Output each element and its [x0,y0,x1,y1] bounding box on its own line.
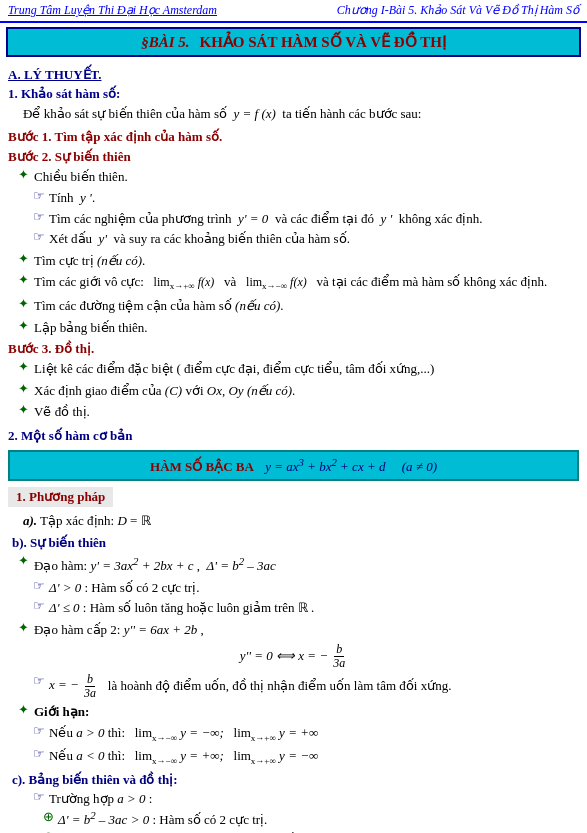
item-tiem-can: ✦ Tìm các đường tiệm cận của hàm số (nếu… [8,296,579,316]
item-tiem-can-text: Tìm các đường tiệm cận của hàm số (nếu c… [34,296,284,316]
item-bang: ✦ Lập bảng biến thiên. [8,318,579,338]
sub-nghiem-text: Tìm các nghiệm của phương trình y' = 0 v… [49,209,483,229]
intro-text: Để khảo sát sự biến thiên của hàm số y =… [8,104,579,125]
arrow-icon-3: ✦ [18,272,29,288]
phuong-phap-label: 1. Phương pháp [16,489,105,504]
item-ve: ✦ Vẽ đồ thị. [8,402,579,422]
truong-hop-a-pos: ☞ Trường hợp a > 0 : [8,789,579,809]
frac-b-3a: b 3a [331,643,347,670]
plus-a-pos-2-text: Δ' = b2 – 3ac ≤ 0 ⇒ y' ≥ 0, ∀x ∈ ℝ : Hàm… [58,829,389,833]
sub-gioi-han-pos: ☞ Nếu a > 0 thì: limx→−∞ y = −∞; limx→+∞… [8,723,579,745]
item-dao-ham: ✦ Đạo hàm: y' = 3ax2 + 2bx + c , Δ' = b2… [8,553,579,576]
arrow-icon-11: ✦ [18,702,29,718]
item-giao-diem: ✦ Xác định giao điểm của (C) với Ox, Oy … [8,381,579,401]
main-title: KHẢO SÁT HÀM SỐ VÀ VẼ ĐỒ THỊ [200,33,446,51]
section-2-title: 2. Một số hàm cơ bản [8,428,579,444]
section-a-title: A. LÝ THUYẾT. [8,67,579,83]
item-dao-ham-text: Đạo hàm: y' = 3ax2 + 2bx + c , Δ' = b2 –… [34,553,276,576]
phuong-phap-bar: 1. Phương pháp [8,487,113,507]
pp-b-title: b). Sự biến thiên [12,535,579,551]
pp-a: a). Tập xác định: D = ℝ [8,511,579,532]
sub-gioi-han-neg-text: Nếu a < 0 thì: limx→−∞ y = +∞; limx→+∞ y… [49,746,318,768]
arrow-icon-8: ✦ [18,402,29,418]
truong-hop-a-pos-text: Trường hợp a > 0 : [49,789,152,809]
buoc-2-title: Bước 2. Sự biến thiên [8,149,579,165]
frac-denominator: 3a [331,657,347,670]
arrow-icon-5: ✦ [18,318,29,334]
item-liet-ke: ✦ Liệt kê các điểm đặc biệt ( điểm cực đ… [8,359,579,379]
item-cuc-tri-text: Tìm cực trị (nếu có). [34,251,145,271]
pp-c-title: c). Bảng biến thiên và đồ thị: [12,772,579,788]
arrow-icon-6: ✦ [18,359,29,375]
sub-gioi-han-neg: ☞ Nếu a < 0 thì: limx→−∞ y = +∞; limx→+∞… [8,746,579,768]
item-giao-diem-text: Xác định giao điểm của (C) với Ox, Oy (n… [34,381,295,401]
main-content: A. LÝ THUYẾT. 1. Khảo sát hàm số: Để khả… [0,61,587,833]
arrow-icon: ✦ [18,167,29,183]
frac-numerator: b [334,643,344,657]
item-gioi-han-text: Tìm các giới vô cực: limx→+∞ f(x) và lim… [34,272,547,294]
item-chieu: ✦ Chiều biến thiên. [8,167,579,187]
sub-inflection-text: x = − b 3a là hoành độ điểm uốn, đồ thị … [49,673,451,700]
arrow-icon-10: ✦ [18,620,29,636]
plus-mark-2: ⊕ [43,829,54,833]
sub-mark-4: ☞ [33,578,45,594]
plus-mark-1: ⊕ [43,809,54,825]
arrow-icon-9: ✦ [18,553,29,569]
sub-mark-9: ☞ [33,789,45,805]
top-bar-right: Chương I-Bài 5. Khảo Sát Và Vẽ Đồ Thị Hà… [337,3,579,18]
ham-so-label: HÀM SỐ BẬC BA [150,459,254,474]
sub-tinh-y-text: Tính y '. [49,188,95,208]
arrow-icon-7: ✦ [18,381,29,397]
sub-delta-pos-text: Δ' > 0 : Hàm số có 2 cực trị. [49,578,199,598]
sub-tinh-y: ☞ Tính y '. [8,188,579,208]
y-double-prime-formula: y'' = 0 ⟺ x = − b 3a [8,643,579,670]
plus-a-pos-1: ⊕ Δ' = b2 – 3ac > 0 : Hàm số có 2 cực tr… [8,809,579,828]
sub-xet-dau: ☞ Xét dấu y' và suy ra các khoảng biến t… [8,229,579,249]
arrow-icon-2: ✦ [18,251,29,267]
bai-number: §BÀI 5. [141,34,189,51]
item-gioi-han-title-text: Giới hạn: [34,702,89,722]
plus-a-pos-1-text: Δ' = b2 – 3ac > 0 : Hàm số có 2 cực trị. [58,809,267,828]
sub-delta-neg-text: Δ' ≤ 0 : Hàm số luôn tăng hoặc luôn giảm… [49,598,314,618]
sub-mark-8: ☞ [33,746,45,762]
ham-so-formula: y = ax3 + bx2 + cx + d (a ≠ 0) [265,459,437,474]
item-gioi-han-title: ✦ Giới hạn: [8,702,579,722]
item-dao-ham-2-text: Đạo hàm cấp 2: y'' = 6ax + 2b , [34,620,204,640]
title-bar: §BÀI 5. KHẢO SÁT HÀM SỐ VÀ VẼ ĐỒ THỊ [6,27,581,57]
sub-gioi-han-pos-text: Nếu a > 0 thì: limx→−∞ y = −∞; limx→+∞ y… [49,723,318,745]
item-ve-text: Vẽ đồ thị. [34,402,90,422]
sub-mark-5: ☞ [33,598,45,614]
sub-delta-neg: ☞ Δ' ≤ 0 : Hàm số luôn tăng hoặc luôn gi… [8,598,579,618]
top-bar: Trung Tâm Luyện Thi Đại Học Amsterdam Ch… [0,0,587,23]
item-bang-text: Lập bảng biến thiên. [34,318,148,338]
sub-mark-7: ☞ [33,723,45,739]
sub-mark-2: ☞ [33,209,45,225]
sub-mark-1: ☞ [33,188,45,204]
arrow-icon-4: ✦ [18,296,29,312]
sub-inflection: ☞ x = − b 3a là hoành độ điểm uốn, đồ th… [8,673,579,700]
item-chieu-text: Chiều biến thiên. [34,167,128,187]
sub-xet-dau-text: Xét dấu y' và suy ra các khoảng biến thi… [49,229,350,249]
sub-mark-6: ☞ [33,673,45,689]
buoc-3-title: Bước 3. Đồ thị. [8,341,579,357]
item-dao-ham-2: ✦ Đạo hàm cấp 2: y'' = 6ax + 2b , [8,620,579,640]
buoc-1: Bước 1. Tìm tập xác định của hàm số. [8,129,579,145]
item-cuc-tri: ✦ Tìm cực trị (nếu có). [8,251,579,271]
section-1-title: 1. Khảo sát hàm số: [8,86,579,102]
item-liet-ke-text: Liệt kê các điểm đặc biệt ( điểm cực đại… [34,359,434,379]
plus-a-pos-2: ⊕ Δ' = b2 – 3ac ≤ 0 ⇒ y' ≥ 0, ∀x ∈ ℝ : H… [8,829,579,833]
ham-so-bac-ba-box: HÀM SỐ BẬC BA y = ax3 + bx2 + cx + d (a … [8,450,579,481]
sub-delta-pos: ☞ Δ' > 0 : Hàm số có 2 cực trị. [8,578,579,598]
sub-nghiem: ☞ Tìm các nghiệm của phương trình y' = 0… [8,209,579,229]
top-bar-left: Trung Tâm Luyện Thi Đại Học Amsterdam [8,3,217,18]
sub-mark-3: ☞ [33,229,45,245]
item-gioi-han: ✦ Tìm các giới vô cực: limx→+∞ f(x) và l… [8,272,579,294]
